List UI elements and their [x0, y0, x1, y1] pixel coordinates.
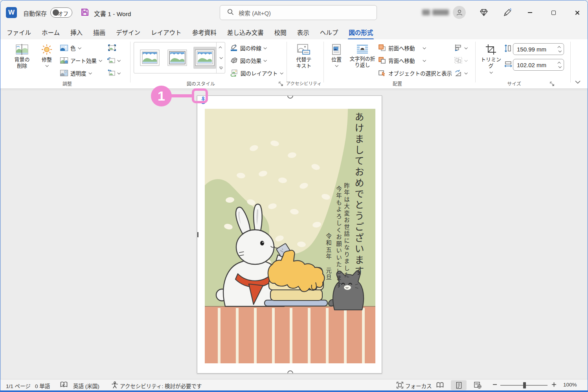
wrap-text-button[interactable]: 文字列の折り返し [348, 41, 377, 79]
tab-mailings[interactable]: 差し込み文書 [227, 28, 264, 37]
card-thanks-text: 昨年は大変お世話になりました [342, 183, 351, 279]
premium-diamond-icon[interactable] [479, 8, 489, 17]
document-page[interactable]: あけましておめでとうございます 昨年は大変お世話になりました 今年もよろしくお願… [197, 95, 382, 374]
selection-handle-top[interactable] [287, 95, 293, 99]
rotate-objects-button[interactable] [454, 68, 467, 78]
close-button[interactable] [568, 5, 586, 20]
page-indicator[interactable]: 1/1 ページ [6, 382, 31, 390]
tab-design[interactable]: デザイン [116, 28, 140, 37]
chevron-down-icon [88, 71, 92, 74]
zoom-out-button[interactable] [492, 381, 497, 388]
remove-background-icon [16, 44, 28, 55]
corrections-label: 修整 [42, 57, 52, 63]
card-wish-text: 今年もよろしくお願いいたします [334, 186, 343, 289]
group-objects-button[interactable] [454, 55, 467, 66]
read-mode-button[interactable] [432, 380, 448, 390]
bring-forward-button[interactable]: 前面へ移動 [379, 42, 425, 53]
tab-references[interactable]: 参考資料 [192, 28, 217, 37]
chevron-down-icon [464, 71, 467, 74]
gallery-expand[interactable] [217, 63, 225, 73]
picture-border-icon [230, 44, 238, 51]
selection-pane-button[interactable]: オブジェクトの選択と表示 [379, 68, 452, 78]
zoom-slider-handle[interactable] [523, 382, 526, 388]
print-layout-button[interactable] [451, 380, 467, 390]
group-separator [130, 42, 130, 82]
proofing-icon[interactable] [60, 381, 68, 389]
accessibility-status[interactable]: アクセシビリティ: 検討が必要です [120, 382, 202, 390]
web-layout-button[interactable] [470, 380, 485, 390]
change-picture-button[interactable] [107, 55, 120, 66]
crop-label: トリミング [479, 57, 503, 70]
reset-picture-button[interactable] [107, 68, 120, 78]
search-placeholder: 検索 (Alt+Q) [239, 9, 271, 17]
newyear-card-image[interactable]: あけましておめでとうございます 昨年は大変お世話になりました 今年もよろしくお願… [205, 109, 375, 363]
sun-icon [41, 44, 52, 55]
chevron-down-icon [45, 64, 48, 67]
focus-mode-button[interactable]: フォーカス [405, 382, 432, 390]
picture-border-button[interactable]: 図の枠線 [230, 42, 266, 53]
document-canvas[interactable]: あけましておめでとうございます 昨年は大変お世話になりました 今年もよろしくお願… [0, 89, 588, 380]
gallery-scroll-down[interactable] [217, 53, 225, 63]
card-era: 令和五年 [325, 233, 331, 260]
dialog-launcher-size[interactable] [550, 81, 555, 87]
crop-button[interactable]: トリミング [479, 41, 503, 79]
tab-insert[interactable]: 挿入 [70, 28, 83, 37]
crop-icon [485, 44, 496, 55]
save-icon[interactable] [81, 8, 89, 18]
gallery-scroll [216, 42, 225, 73]
tab-draw[interactable]: 描画 [93, 28, 105, 37]
gallery-scroll-up[interactable] [217, 42, 225, 53]
word-count[interactable]: 0 単語 [35, 382, 50, 390]
alt-text-button[interactable]: 代替テキスト [289, 41, 319, 79]
artistic-effects-label: アート効果 [70, 57, 97, 64]
shape-height-field[interactable]: 150.99 mm [513, 43, 564, 55]
dialog-launcher-picture-styles[interactable] [279, 81, 284, 87]
language-indicator[interactable]: 英語 (米国) [73, 382, 99, 390]
picture-style-option-1[interactable] [138, 47, 161, 69]
minimize-icon [528, 12, 532, 13]
color-button[interactable]: 色 [60, 42, 81, 53]
corrections-button[interactable]: 修整 [37, 41, 57, 79]
picture-style-option-2[interactable] [166, 47, 189, 69]
position-button[interactable]: 位置 [327, 41, 346, 79]
position-icon [331, 44, 342, 55]
tab-picture-format[interactable]: 図の形式 [349, 28, 373, 37]
account-avatar[interactable] [453, 6, 466, 19]
maximize-button[interactable] [545, 5, 562, 20]
tab-home[interactable]: ホーム [42, 28, 60, 37]
tab-view[interactable]: 表示 [297, 28, 309, 37]
tab-file[interactable]: ファイル [7, 28, 31, 37]
wrap-text-icon [356, 44, 368, 54]
send-backward-button[interactable]: 背面へ移動 [379, 55, 425, 66]
spinner-down-icon [558, 49, 561, 52]
tab-layout[interactable]: レイアウト [151, 28, 182, 37]
tab-review[interactable]: 校閲 [274, 28, 287, 37]
minimize-button[interactable] [521, 5, 538, 20]
align-objects-button[interactable] [454, 42, 467, 53]
picture-style-option-3[interactable] [193, 47, 216, 69]
compress-pictures-button[interactable] [108, 42, 116, 53]
chevron-down-icon [489, 70, 492, 73]
remove-background-button[interactable]: 背景の削除 [11, 41, 33, 79]
chevron-down-icon [263, 46, 266, 49]
chevron-down-icon [117, 71, 120, 74]
shape-width-field[interactable]: 102.02 mm [513, 59, 564, 71]
picture-effects-button[interactable]: 図の効果 [230, 55, 266, 66]
selection-handle-left[interactable] [197, 232, 198, 237]
selection-handle-bottom[interactable] [287, 370, 293, 374]
zoom-level[interactable]: 100% [563, 382, 577, 388]
width-spinner[interactable] [557, 62, 564, 68]
search-icon [227, 9, 234, 17]
zoom-in-button[interactable] [551, 381, 557, 388]
picture-layout-button[interactable]: 図のレイアウト [230, 68, 283, 78]
ribbon-tab-row: ファイル ホーム 挿入 描画 デザイン レイアウト 参考資料 差し込み文書 校閲… [0, 25, 588, 39]
height-spinner[interactable] [557, 46, 564, 52]
feedback-pen-icon[interactable] [503, 8, 512, 17]
search-input[interactable]: 検索 (Alt+Q) [220, 5, 377, 20]
collapse-ribbon-button[interactable] [575, 79, 581, 86]
alt-text-icon [297, 44, 311, 55]
autosave-toggle[interactable]: オフ [50, 7, 72, 18]
tab-help[interactable]: ヘルプ [320, 28, 338, 37]
artistic-effects-button[interactable]: アート効果 [60, 55, 101, 66]
transparency-button[interactable]: 透明度 [60, 68, 91, 78]
